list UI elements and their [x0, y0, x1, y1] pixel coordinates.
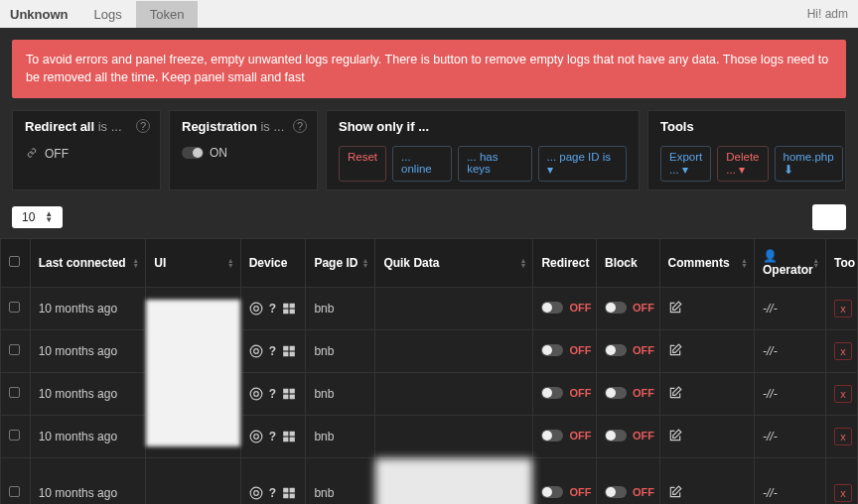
toggle-icon[interactable]	[541, 430, 563, 441]
registration-box: Registration is ... ? ON	[169, 110, 318, 190]
th-comments[interactable]: Comments▲▼	[659, 239, 754, 288]
cell-tool[interactable]: x	[826, 458, 858, 505]
homephp-button[interactable]: home.php ⬇	[775, 146, 843, 182]
row-check[interactable]	[1, 458, 31, 505]
th-redirect[interactable]: Redirect	[533, 239, 597, 288]
help-icon[interactable]: ?	[293, 119, 307, 133]
chrome-icon	[249, 302, 263, 315]
cell-comments[interactable]	[659, 288, 754, 330]
cell-redirect[interactable]: OFF	[533, 458, 597, 505]
page-size-select[interactable]: 10 ▲▼	[12, 206, 63, 228]
edit-icon[interactable]	[668, 304, 682, 317]
table-row: 10 months ago ? bnbOFFOFF-//-x	[1, 330, 858, 373]
checkbox-icon[interactable]	[9, 387, 20, 398]
redirect-title: Redirect all	[25, 119, 94, 134]
delete-row-button[interactable]: x	[834, 484, 852, 502]
redirect-toggle[interactable]: OFF	[25, 147, 69, 161]
cell-redirect[interactable]: OFF	[533, 330, 597, 373]
th-quikdata[interactable]: Quik Data▲▼	[375, 239, 533, 288]
cell-redirect[interactable]: OFF	[533, 416, 597, 458]
cell-tool[interactable]: x	[826, 288, 858, 330]
edit-icon[interactable]	[668, 389, 682, 403]
toggle-icon[interactable]	[541, 486, 563, 498]
block-state: OFF	[633, 486, 654, 498]
cell-tool[interactable]: x	[826, 373, 858, 416]
tools-title: Tools	[660, 119, 833, 134]
th-pageid[interactable]: Page ID▲▼	[306, 239, 375, 288]
filter-pageid-button[interactable]: ... page ID is ▾	[538, 146, 627, 182]
logs-table: Last connected▲▼ UI▲▼ Device Page ID▲▼ Q…	[0, 238, 858, 504]
toggle-icon[interactable]	[541, 387, 563, 399]
filter-haskeys-button[interactable]: ... has keys	[458, 146, 531, 182]
row-check[interactable]	[1, 330, 31, 373]
th-check[interactable]	[1, 239, 31, 288]
cell-operator: -//-	[755, 373, 826, 416]
cell-quikdata	[375, 458, 533, 505]
svg-rect-2	[283, 304, 288, 309]
cell-redirect[interactable]: OFF	[533, 373, 597, 416]
edit-icon[interactable]	[668, 346, 682, 360]
svg-rect-22	[283, 438, 288, 442]
cell-block[interactable]: OFF	[597, 288, 660, 330]
toggle-icon[interactable]	[605, 302, 627, 314]
registration-toggle[interactable]: ON	[182, 146, 227, 160]
th-device[interactable]: Device	[240, 239, 306, 288]
edit-icon[interactable]	[668, 432, 682, 445]
cell-block[interactable]: OFF	[597, 458, 660, 505]
toggle-icon[interactable]	[605, 387, 627, 399]
delete-row-button[interactable]: x	[834, 300, 852, 317]
toggle-icon[interactable]	[541, 344, 563, 356]
cell-block[interactable]: OFF	[597, 373, 660, 416]
row-check[interactable]	[1, 288, 31, 330]
svg-rect-3	[290, 304, 295, 309]
paging-row: 10 ▲▼	[12, 204, 846, 230]
svg-rect-17	[290, 395, 295, 400]
delete-button[interactable]: Delete ... ▾	[717, 146, 768, 182]
toggle-icon[interactable]	[541, 302, 563, 314]
checkbox-icon[interactable]	[9, 430, 20, 441]
cell-operator: -//-	[755, 458, 826, 505]
th-last-connected[interactable]: Last connected▲▼	[30, 239, 146, 288]
cell-comments[interactable]	[659, 458, 754, 505]
checkbox-icon[interactable]	[9, 256, 20, 267]
toggle-icon[interactable]	[605, 430, 627, 441]
tab-token[interactable]: Token	[136, 1, 199, 28]
tab-logs[interactable]: Logs	[80, 1, 136, 28]
cell-comments[interactable]	[659, 416, 754, 458]
th-tool[interactable]: Too	[826, 239, 858, 288]
help-icon[interactable]: ?	[136, 119, 150, 133]
topbar: Unknown Logs Token Hi! adm	[0, 0, 858, 28]
row-check[interactable]	[1, 373, 31, 416]
filter-online-button[interactable]: ... online	[392, 146, 452, 182]
edit-icon[interactable]	[668, 488, 682, 502]
cell-block[interactable]: OFF	[597, 330, 660, 373]
export-button[interactable]: Export ... ▾	[660, 146, 711, 182]
cell-tool[interactable]: x	[826, 416, 858, 458]
filter-reset-button[interactable]: Reset	[339, 146, 386, 182]
cell-tool[interactable]: x	[826, 330, 858, 373]
cell-block[interactable]: OFF	[597, 416, 660, 458]
cell-comments[interactable]	[659, 373, 754, 416]
toggle-icon[interactable]	[605, 486, 627, 498]
svg-point-24	[250, 487, 262, 499]
question-icon: ?	[269, 387, 276, 401]
delete-row-button[interactable]: x	[834, 342, 852, 360]
delete-row-button[interactable]: x	[834, 428, 852, 445]
checkbox-icon[interactable]	[9, 486, 20, 497]
checkbox-icon[interactable]	[9, 344, 20, 355]
user-icon: 👤	[763, 249, 778, 263]
row-check[interactable]	[1, 416, 31, 458]
cell-redirect[interactable]: OFF	[533, 288, 597, 330]
th-block[interactable]: Block	[597, 239, 660, 288]
svg-rect-15	[290, 389, 295, 394]
sort-icon: ▲▼	[227, 258, 234, 268]
cell-device: ?	[240, 458, 306, 505]
delete-row-button[interactable]: x	[834, 385, 852, 403]
th-operator[interactable]: 👤 Operator▲▼	[755, 239, 826, 288]
paging-right-box[interactable]	[812, 204, 846, 230]
cell-comments[interactable]	[659, 330, 754, 373]
checkbox-icon[interactable]	[9, 302, 20, 313]
toggle-icon[interactable]	[605, 344, 627, 356]
link-icon	[25, 147, 39, 161]
th-ui[interactable]: UI▲▼	[146, 239, 240, 288]
